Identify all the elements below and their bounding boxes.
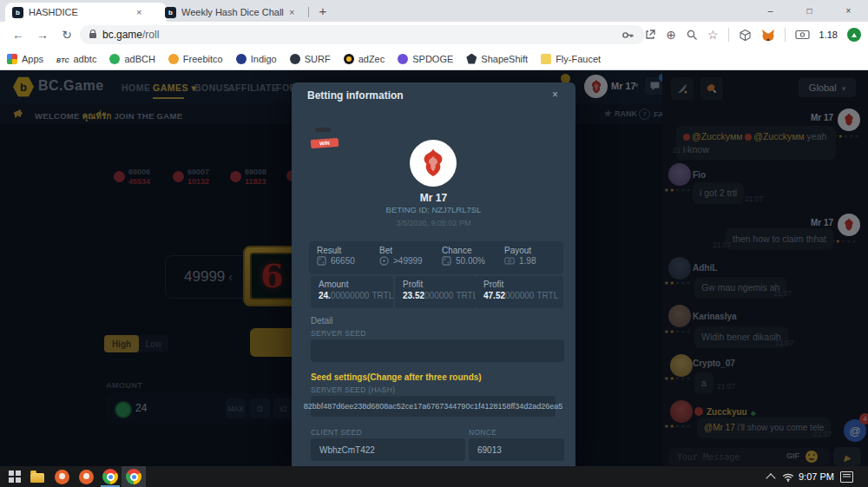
bookmark-adzec[interactable]: adZec bbox=[344, 54, 385, 64]
page-viewport: b BC.Game HOME GAMES BONUS AFFILIATE FOR… bbox=[0, 70, 868, 466]
tray-network[interactable] bbox=[779, 466, 797, 487]
spdoge-icon bbox=[398, 54, 408, 64]
close-window-button[interactable] bbox=[829, 0, 868, 22]
dice-icon bbox=[317, 256, 326, 266]
amount-card: Amount 24.00000000TRTL bbox=[311, 276, 393, 308]
back-button[interactable] bbox=[9, 25, 28, 44]
tab-weekly-challenge[interactable]: b Weekly Hash Dice Challenge - Se bbox=[158, 3, 319, 22]
minimize-button[interactable] bbox=[751, 0, 790, 22]
bookmark-surf[interactable]: SURF bbox=[290, 54, 331, 64]
server-seed-field[interactable] bbox=[311, 339, 564, 362]
share-icon[interactable] bbox=[644, 29, 656, 41]
stat-card-result: Result 66650 bbox=[309, 241, 376, 274]
tray-expand-button[interactable] bbox=[762, 466, 779, 487]
bet-timestamp: 3/5/2020, 9:05:02 PM bbox=[292, 219, 575, 227]
action-center-icon[interactable] bbox=[840, 471, 853, 483]
surf-icon bbox=[290, 54, 300, 64]
bookmark-indigo[interactable]: Indigo bbox=[236, 54, 277, 64]
taskbar-active-app[interactable] bbox=[122, 466, 146, 487]
clock[interactable]: 9:07 PM bbox=[799, 471, 834, 482]
faucet-icon bbox=[541, 54, 551, 64]
zoom-install-icon[interactable] bbox=[666, 27, 676, 43]
btc-icon bbox=[56, 54, 69, 64]
lock-icon[interactable] bbox=[89, 33, 96, 38]
stat-card-payout: Payout 1.98 bbox=[496, 241, 563, 274]
client-seed-field[interactable]: WbhzCmT422 bbox=[311, 438, 465, 461]
new-tab-button[interactable] bbox=[314, 2, 332, 19]
window-controls bbox=[751, 0, 868, 22]
orange-app-icon bbox=[79, 470, 94, 484]
stat-label: Bet bbox=[379, 246, 438, 255]
tab-close-icon[interactable] bbox=[289, 7, 294, 17]
client-seed-label: CLIENT SEED bbox=[311, 428, 362, 437]
win-ribbon: WIN bbox=[311, 138, 339, 148]
tab-hashdice[interactable]: b HASHDICE bbox=[5, 3, 167, 22]
indigo-icon bbox=[236, 54, 247, 64]
bookmarks-bar: Apps adbtc adBCH Freebitco Indigo SURF a… bbox=[0, 48, 868, 70]
green-extension-icon[interactable] bbox=[847, 28, 861, 42]
bcgame-favicon: b bbox=[165, 7, 176, 18]
modal-close-icon[interactable] bbox=[552, 89, 558, 101]
betting-info-modal: Betting information WIN Mr 17 BETING ID:… bbox=[292, 82, 575, 466]
bookmark-freebitco[interactable]: Freebitco bbox=[168, 54, 223, 64]
server-seed-label: SERVER SEED bbox=[311, 329, 366, 338]
screen: b HASHDICE b Weekly Hash Dice Challenge … bbox=[0, 0, 868, 487]
bookmark-flyfaucet[interactable]: Fly-Faucet bbox=[541, 54, 601, 64]
freebitco-icon bbox=[168, 54, 179, 64]
bookmark-adbtc[interactable]: adbtc bbox=[56, 54, 96, 64]
stat-value: >49999 bbox=[393, 256, 423, 266]
bookmark-apps[interactable]: Apps bbox=[7, 54, 43, 64]
tab-title: Weekly Hash Dice Challenge - Se bbox=[181, 7, 284, 17]
profit-card: Profit 23.52000000TRTL bbox=[395, 276, 476, 308]
windows-logo-icon bbox=[9, 471, 21, 483]
tab-close-icon[interactable] bbox=[136, 7, 141, 17]
bookmark-spdoge[interactable]: SPDOGE bbox=[398, 54, 453, 64]
shapeshift-icon bbox=[466, 54, 477, 64]
currency-label: TRTL bbox=[372, 291, 393, 300]
chrome-icon bbox=[102, 469, 118, 484]
bcgame-favicon: b bbox=[12, 7, 23, 18]
modal-user-avatar[interactable] bbox=[410, 140, 457, 187]
toolbar-separator bbox=[785, 28, 786, 42]
metamask-icon[interactable] bbox=[761, 29, 775, 42]
toolbar-icons: 1.18 bbox=[621, 23, 861, 46]
bch-icon bbox=[109, 54, 120, 64]
profit-card: Profit 47.52000000TRTL bbox=[476, 276, 563, 308]
taskbar-app-1[interactable] bbox=[50, 466, 73, 487]
tab-divider bbox=[308, 7, 309, 17]
currency-label: TRTL bbox=[536, 291, 558, 300]
search-icon[interactable] bbox=[686, 29, 698, 41]
modal-title: Betting information bbox=[307, 89, 404, 102]
maximize-button[interactable] bbox=[790, 0, 829, 22]
stat-value: 50.00% bbox=[456, 256, 485, 266]
coin-icon bbox=[379, 256, 389, 266]
taskbar-chrome[interactable] bbox=[99, 466, 122, 487]
amount-card-label: Profit bbox=[483, 280, 563, 289]
cube-extension-icon[interactable] bbox=[739, 29, 752, 42]
phoenix-avatar-icon bbox=[416, 146, 450, 181]
start-button[interactable] bbox=[3, 466, 26, 487]
password-key-icon[interactable] bbox=[621, 29, 635, 42]
zec-icon bbox=[344, 54, 354, 64]
taskbar-explorer[interactable] bbox=[26, 466, 49, 487]
stat-card-chance: Chance 50.00% bbox=[434, 241, 501, 274]
server-seed-hash-field[interactable]: 82bbf487d6ee238d6808ac52ce17a6767344790c… bbox=[311, 396, 556, 417]
wallet-extension-icon[interactable] bbox=[795, 30, 810, 40]
browser-tabstrip: b HASHDICE b Weekly Hash Dice Challenge … bbox=[0, 0, 868, 22]
stat-label: Chance bbox=[442, 246, 501, 255]
url-path: /roll bbox=[142, 29, 159, 41]
forward-button[interactable] bbox=[33, 25, 52, 44]
bookmark-star-icon[interactable] bbox=[707, 27, 719, 43]
modal-username: Mr 17 bbox=[292, 192, 575, 204]
bookmark-shapeshift[interactable]: ShapeShift bbox=[466, 54, 528, 64]
stat-card-bet: Bet >49999 bbox=[372, 241, 438, 274]
stat-value: 1.98 bbox=[519, 256, 536, 266]
server-seed-hash-label: SERVER SEED (HASH) bbox=[311, 385, 395, 394]
taskbar-app-2[interactable] bbox=[75, 466, 97, 487]
nonce-field[interactable]: 69013 bbox=[469, 438, 564, 461]
bookmark-adbch[interactable]: adBCH bbox=[109, 54, 155, 64]
taskbar: 9:07 PM bbox=[0, 466, 868, 487]
reload-button[interactable] bbox=[57, 25, 76, 44]
win-badge: WIN bbox=[312, 121, 337, 145]
address-bar[interactable]: bc.game/roll bbox=[80, 25, 645, 44]
